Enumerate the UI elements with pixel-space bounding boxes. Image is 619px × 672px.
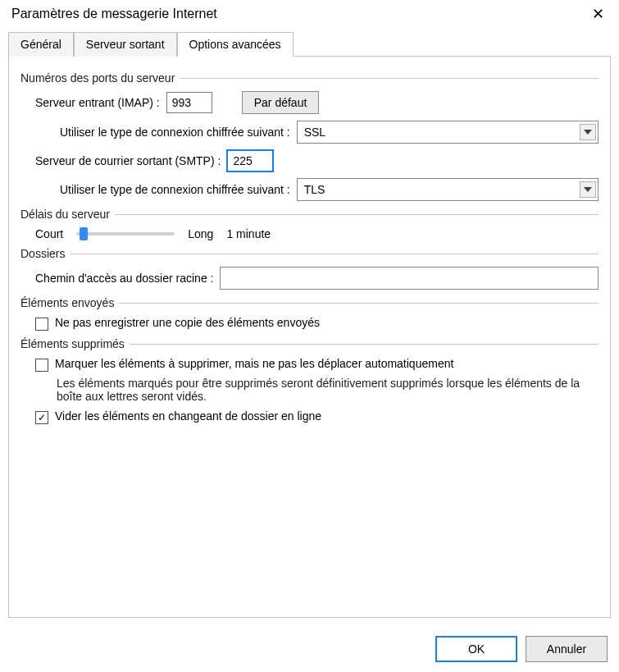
- incoming-port-label: Serveur entrant (IMAP) :: [35, 96, 160, 109]
- divider: [119, 303, 599, 304]
- settings-dialog: Paramètres de messagerie Internet ✕ Géné…: [0, 0, 619, 672]
- incoming-enc-row: Utiliser le type de connexion chiffrée s…: [60, 121, 599, 144]
- outgoing-port-row: Serveur de courrier sortant (SMTP) :: [35, 150, 599, 171]
- outgoing-enc-label: Utiliser le type de connexion chiffrée s…: [60, 183, 290, 196]
- mark-delete-label: Marquer les éléments à supprimer, mais n…: [55, 357, 453, 370]
- outgoing-enc-value: TLS: [304, 183, 325, 196]
- mark-delete-help: Les éléments marqués pour être supprimés…: [57, 377, 599, 403]
- default-ports-button[interactable]: Par défaut: [242, 91, 320, 114]
- group-folders-label: Dossiers: [20, 247, 599, 260]
- group-timeouts-label: Délais du serveur: [20, 208, 599, 221]
- group-ports-text: Numéros des ports du serveur: [20, 71, 175, 85]
- timeout-long-label: Long: [188, 227, 213, 240]
- incoming-port-row: Serveur entrant (IMAP) : Par défaut: [35, 91, 599, 114]
- group-folders-text: Dossiers: [20, 247, 65, 260]
- purge-label: Vider les éléments en changeant de dossi…: [55, 409, 321, 423]
- divider: [180, 78, 599, 79]
- mark-delete-row: Marquer les éléments à supprimer, mais n…: [35, 357, 599, 372]
- tab-advanced-options[interactable]: Options avancées: [177, 32, 294, 57]
- incoming-enc-value: SSL: [304, 126, 325, 139]
- titlebar: Paramètres de messagerie Internet ✕: [0, 0, 619, 26]
- no-copy-label: Ne pas enregistrer une copie des élément…: [55, 316, 320, 329]
- group-sent-text: Éléments envoyés: [20, 296, 114, 309]
- group-timeouts-text: Délais du serveur: [20, 208, 110, 221]
- tabstrip: Général Serveur sortant Options avancées: [0, 26, 619, 56]
- incoming-port-input[interactable]: [166, 92, 212, 113]
- group-deleted-label: Éléments supprimés: [20, 337, 599, 350]
- cancel-button[interactable]: Annuler: [526, 636, 608, 662]
- outgoing-encryption-select[interactable]: TLS: [297, 178, 599, 201]
- mark-delete-checkbox[interactable]: [35, 359, 48, 372]
- chevron-down-icon: [580, 124, 596, 140]
- tab-outgoing-server[interactable]: Serveur sortant: [74, 32, 177, 57]
- no-copy-row: Ne pas enregistrer une copie des élément…: [35, 316, 599, 331]
- ok-button[interactable]: OK: [435, 636, 517, 662]
- timeout-slider-row: Court Long 1 minute: [35, 227, 599, 240]
- divider: [115, 214, 599, 215]
- divider: [130, 344, 599, 345]
- timeout-slider[interactable]: [76, 232, 175, 235]
- group-deleted-text: Éléments supprimés: [20, 337, 125, 350]
- group-ports-label: Numéros des ports du serveur: [20, 71, 599, 85]
- dialog-title: Paramètres de messagerie Internet: [11, 7, 217, 21]
- incoming-enc-label: Utiliser le type de connexion chiffrée s…: [60, 126, 290, 139]
- timeout-short-label: Court: [35, 227, 63, 240]
- outgoing-port-label: Serveur de courrier sortant (SMTP) :: [35, 154, 221, 167]
- divider: [70, 254, 599, 254]
- timeout-value: 1 minute: [226, 227, 271, 240]
- chevron-down-icon: [580, 181, 596, 198]
- dialog-footer: OK Annuler: [0, 626, 619, 672]
- incoming-encryption-select[interactable]: SSL: [297, 121, 599, 144]
- tab-general[interactable]: Général: [8, 32, 74, 57]
- root-path-label: Chemin d'accès au dossier racine :: [35, 272, 213, 285]
- outgoing-enc-row: Utiliser le type de connexion chiffrée s…: [60, 178, 599, 201]
- close-icon[interactable]: ✕: [587, 7, 609, 21]
- group-sent-label: Éléments envoyés: [20, 296, 599, 309]
- root-path-input[interactable]: [220, 267, 599, 290]
- purge-checkbox[interactable]: [35, 411, 48, 424]
- advanced-panel: Numéros des ports du serveur Serveur ent…: [8, 56, 611, 618]
- purge-row: Vider les éléments en changeant de dossi…: [35, 409, 599, 424]
- root-path-row: Chemin d'accès au dossier racine :: [35, 267, 599, 290]
- outgoing-port-input[interactable]: [227, 150, 273, 171]
- no-copy-checkbox[interactable]: [35, 318, 48, 331]
- slider-thumb[interactable]: [80, 227, 88, 240]
